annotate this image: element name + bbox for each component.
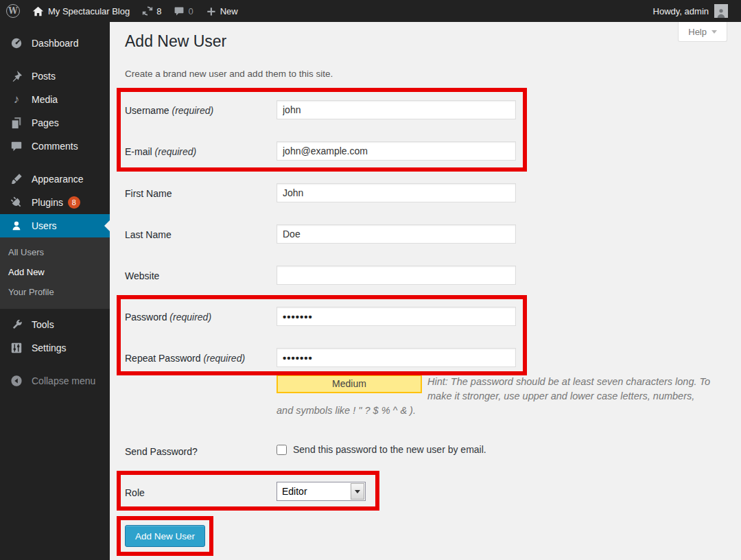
current-menu-arrow — [104, 220, 110, 231]
comments-button[interactable]: 0 — [167, 0, 199, 22]
required-note: (required) — [155, 146, 197, 157]
sidebar-item-label: Comments — [32, 141, 78, 152]
update-count: 8 — [156, 6, 161, 16]
comment-count: 0 — [188, 6, 193, 16]
pin-icon — [10, 69, 23, 83]
sidebar-item-label: Posts — [32, 71, 56, 82]
sidebar-item-plugins[interactable]: Plugins 8 — [0, 191, 110, 214]
plugins-icon — [10, 196, 23, 209]
admin-sidebar: Dashboard Posts ♪ Media Pages Comments A… — [0, 22, 110, 560]
collapse-icon — [10, 374, 23, 388]
chevron-down-icon — [355, 490, 360, 493]
add-new-user-button[interactable]: Add New User — [125, 525, 205, 547]
sidebar-item-label: Tools — [32, 319, 54, 330]
email-input[interactable] — [277, 141, 516, 161]
dashboard-icon — [10, 36, 23, 50]
last-name-label: Last Name — [125, 229, 172, 240]
role-select[interactable]: Editor — [277, 482, 366, 501]
home-icon — [32, 5, 44, 17]
page-title: Add New User — [125, 32, 226, 51]
main-content: Help Add New User Create a brand new use… — [110, 22, 741, 560]
sidebar-item-label: Settings — [32, 342, 67, 353]
send-password-checkbox-label: Send this password to the new user by em… — [293, 444, 486, 455]
avatar — [714, 4, 728, 18]
chevron-down-icon — [711, 30, 717, 34]
first-name-input[interactable] — [277, 183, 516, 202]
plus-icon — [206, 6, 216, 16]
sidebar-item-label: Collapse menu — [32, 375, 95, 386]
updates-icon — [142, 5, 153, 16]
wordpress-logo-button[interactable]: W — [0, 0, 26, 22]
sidebar-item-tools[interactable]: Tools — [0, 313, 110, 336]
media-icon: ♪ — [10, 93, 23, 106]
settings-icon — [10, 341, 23, 355]
sidebar-item-pages[interactable]: Pages — [0, 111, 110, 135]
howdy-text: Howdy, admin — [653, 6, 709, 16]
sidebar-item-label: Users — [32, 220, 57, 231]
help-label: Help — [688, 27, 707, 37]
person-icon — [716, 7, 727, 18]
role-label: Role — [125, 487, 145, 498]
users-submenu: All Users Add New Your Profile — [0, 237, 110, 309]
site-name-button[interactable]: My Spectacular Blog — [26, 0, 136, 22]
wordpress-logo-icon: W — [6, 4, 20, 18]
sidebar-item-dashboard[interactable]: Dashboard — [0, 32, 110, 55]
sidebar-item-label: Appearance — [32, 174, 84, 185]
appearance-icon — [10, 172, 23, 186]
password-label: Password (required) — [125, 312, 211, 323]
repeat-password-input[interactable] — [277, 348, 516, 367]
sidebar-item-label: Media — [32, 94, 58, 105]
pages-icon — [10, 116, 23, 130]
send-password-checkbox[interactable] — [277, 445, 287, 455]
users-icon — [10, 219, 23, 233]
sidebar-item-media[interactable]: ♪ Media — [0, 88, 110, 111]
new-content-button[interactable]: New — [200, 0, 244, 22]
send-password-label: Send Password? — [125, 446, 198, 457]
updates-button[interactable]: 8 — [136, 0, 167, 22]
sidebar-item-label: Pages — [32, 117, 59, 128]
tools-icon — [10, 318, 23, 331]
sidebar-item-comments[interactable]: Comments — [0, 135, 110, 158]
comment-bubble-icon — [174, 5, 185, 16]
page-description: Create a brand new user and add them to … — [125, 69, 333, 79]
required-note: (required) — [169, 312, 211, 323]
sidebar-item-users[interactable]: Users — [0, 214, 110, 237]
sidebar-item-all-users[interactable]: All Users — [0, 242, 110, 262]
website-input[interactable] — [277, 266, 516, 285]
password-input[interactable] — [277, 307, 516, 326]
sidebar-item-your-profile[interactable]: Your Profile — [0, 282, 110, 302]
plugin-update-badge: 8 — [68, 196, 80, 209]
sidebar-item-posts[interactable]: Posts — [0, 65, 110, 88]
sidebar-item-settings[interactable]: Settings — [0, 336, 110, 360]
last-name-input[interactable] — [277, 224, 516, 244]
website-label: Website — [125, 270, 159, 281]
select-dropdown-button[interactable] — [351, 483, 364, 500]
password-strength-meter: Medium — [277, 375, 422, 393]
role-selected-value: Editor — [277, 482, 350, 500]
strength-label: Medium — [332, 377, 366, 391]
admin-bar: W My Spectacular Blog 8 0 New Howdy, adm… — [0, 0, 741, 22]
email-label: E-mail (required) — [125, 146, 196, 157]
comments-icon — [10, 139, 23, 153]
password-hint-area: Medium Hint: The password should be at l… — [277, 375, 711, 418]
sidebar-item-add-new[interactable]: Add New — [0, 262, 110, 282]
collapse-menu-button[interactable]: Collapse menu — [0, 369, 110, 393]
first-name-label: First Name — [125, 188, 172, 199]
required-note: (required) — [203, 353, 245, 364]
sidebar-item-appearance[interactable]: Appearance — [0, 167, 110, 191]
help-button[interactable]: Help — [678, 22, 727, 42]
repeat-password-label: Repeat Password (required) — [125, 353, 245, 364]
sidebar-item-label: Plugins — [32, 197, 63, 208]
username-input[interactable] — [277, 100, 516, 119]
my-account-button[interactable]: Howdy, admin — [647, 0, 734, 22]
new-label: New — [220, 6, 238, 16]
required-note: (required) — [172, 105, 213, 116]
sidebar-item-label: Dashboard — [32, 38, 79, 49]
username-label: Username (required) — [125, 105, 213, 116]
site-name: My Spectacular Blog — [48, 6, 130, 16]
